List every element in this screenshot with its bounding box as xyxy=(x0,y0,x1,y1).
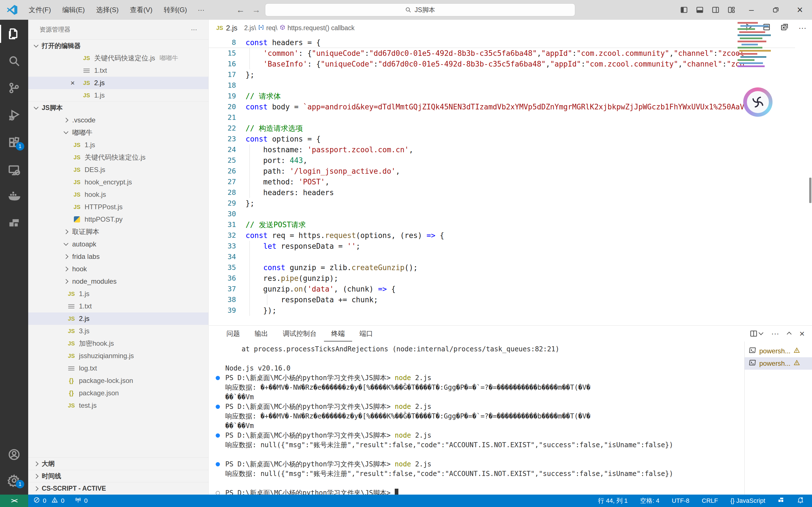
terminal-output[interactable]: at process.processTicksAndRejections (no… xyxy=(209,341,744,495)
editor-more-icon[interactable]: ··· xyxy=(799,23,806,33)
terminal-list: powersh...powersh... xyxy=(744,341,812,495)
panel-tab-问题[interactable]: 问题 xyxy=(219,326,247,341)
minimap[interactable] xyxy=(738,22,800,304)
file-row[interactable]: JS1.js xyxy=(28,139,208,151)
folder-row[interactable]: 取证脚本 xyxy=(28,226,208,238)
remote-explorer-icon[interactable] xyxy=(0,160,28,180)
command-success-dot xyxy=(216,405,220,409)
folder-row[interactable]: node_modules xyxy=(28,275,208,288)
folder-row[interactable]: hook xyxy=(28,263,208,275)
menu-item-3[interactable]: 查看(V) xyxy=(124,0,158,20)
file-row[interactable]: JS3.js xyxy=(28,325,208,337)
breadcrumb-crumb[interactable]: 2.js\ xyxy=(244,24,256,32)
warnings-count: 0 xyxy=(61,497,64,504)
toggle-panel-icon[interactable] xyxy=(692,0,708,20)
file-row[interactable]: JShook_encrypt.js xyxy=(28,176,208,188)
file-row[interactable]: JStest.js xyxy=(28,399,208,412)
open-editor-row[interactable]: ×JS2.js xyxy=(28,77,208,89)
menu-item-0[interactable]: 文件(F) xyxy=(23,0,57,20)
folder-row[interactable]: autoapk xyxy=(28,238,208,250)
split-terminal-icon[interactable] xyxy=(750,330,763,338)
maximize-button[interactable] xyxy=(763,0,788,20)
close-button[interactable]: × xyxy=(788,0,812,20)
file-row[interactable]: JS关键代码快速定位.js xyxy=(28,151,208,164)
breadcrumb-crumb[interactable]: req\ xyxy=(266,24,278,32)
panel-close-icon[interactable]: × xyxy=(799,329,805,339)
panel-tab-端口[interactable]: 端口 xyxy=(352,326,380,341)
statusbar-item-3[interactable]: CRLF xyxy=(702,497,718,504)
statusbar-item-4[interactable]: {} JavaScript xyxy=(730,497,765,504)
terminal-line: at process.processTicksAndRejections (no… xyxy=(213,344,744,354)
sidebar-section-2[interactable]: CS-SCRIPT - ACTIVE xyxy=(28,482,208,495)
layout-blocks-icon[interactable] xyxy=(777,497,785,505)
menu-item-2[interactable]: 选择(S) xyxy=(91,0,124,20)
folder-row[interactable]: 嘟嘟牛 xyxy=(28,126,208,139)
explorer-icon[interactable] xyxy=(0,24,28,44)
file-row[interactable]: 1.txt xyxy=(28,300,208,313)
sidebar-section-0[interactable]: 大纲 xyxy=(28,457,208,470)
settings-gear-icon[interactable]: 1 xyxy=(0,470,28,491)
docker-icon[interactable] xyxy=(0,186,28,207)
file-row[interactable]: JSHTTPPost.js xyxy=(28,201,208,213)
file-row[interactable]: JSDES.js xyxy=(28,164,208,176)
panel-maximize-icon[interactable] xyxy=(788,330,791,338)
forward-arrow[interactable]: → xyxy=(252,5,260,15)
project-section-header[interactable]: JS脚本 xyxy=(28,102,208,114)
back-arrow[interactable]: ← xyxy=(236,5,245,15)
terminal-list-item[interactable]: powersh... xyxy=(745,357,812,370)
file-row[interactable]: JS加密hook.js xyxy=(28,337,208,350)
panel-tab-输出[interactable]: 输出 xyxy=(247,326,276,341)
toggle-sidebar-icon[interactable] xyxy=(676,0,692,20)
terminal-line: 响应数据: null({"msg":"账号未注册","result":false… xyxy=(213,469,744,478)
folder-row[interactable]: .vscode xyxy=(28,114,208,126)
file-row[interactable]: JS1.js xyxy=(28,288,208,300)
menu-item-4[interactable]: 转到(G) xyxy=(158,0,193,20)
statusbar-item-2[interactable]: UTF-8 xyxy=(672,497,689,504)
close-editor-icon[interactable]: × xyxy=(70,79,75,88)
remote-indicator[interactable]: >< xyxy=(0,495,28,507)
folder-row[interactable]: frida labs xyxy=(28,250,208,263)
dev-blocks-icon[interactable] xyxy=(0,213,28,233)
file-row[interactable]: JS2.js xyxy=(28,313,208,325)
customize-layout-icon[interactable] xyxy=(723,0,739,20)
sidebar-more-icon[interactable]: ··· xyxy=(191,20,197,40)
source-control-icon[interactable] xyxy=(0,78,28,98)
panel-more-icon[interactable]: ··· xyxy=(771,329,779,338)
file-row[interactable]: {}package.json xyxy=(28,387,208,399)
panel-tab-调试控制台[interactable]: 调试控制台 xyxy=(276,326,324,341)
statusbar-item-0[interactable]: 行 44, 列 1 xyxy=(598,497,628,505)
editor-scrollbar[interactable] xyxy=(809,178,811,203)
minimize-button[interactable]: – xyxy=(739,0,763,20)
run-debug-icon[interactable] xyxy=(0,105,28,125)
accounts-icon[interactable] xyxy=(0,444,28,465)
ports-status[interactable]: 0 xyxy=(70,497,93,505)
command-center-search[interactable]: JS脚本 xyxy=(265,3,575,16)
minimap-mark xyxy=(739,62,763,64)
open-editor-row[interactable]: JS关键代码快速定位.js嘟嘟牛 xyxy=(28,52,208,64)
line-number: 27 xyxy=(209,176,236,187)
breadcrumb[interactable]: JS 2.js 2.js\req\https.request() callbac… xyxy=(209,20,812,36)
open-editor-row[interactable]: JS1.js xyxy=(28,89,208,102)
file-row[interactable]: httpPOST.py xyxy=(28,213,208,226)
file-row[interactable]: {}package-lock.json xyxy=(28,375,208,387)
menu-overflow[interactable]: ··· xyxy=(192,6,210,14)
open-editor-row[interactable]: 1.txt xyxy=(28,64,208,77)
file-row[interactable]: log.txt xyxy=(28,362,208,375)
breadcrumb-file[interactable]: 2.js xyxy=(226,24,237,33)
breadcrumb-crumb[interactable]: https.request() callback xyxy=(288,24,355,32)
code-line: 37 gunzip.on('data', (chunk) => { xyxy=(209,284,795,294)
terminal-list-item[interactable]: powersh... xyxy=(745,345,812,357)
panel-tab-终端[interactable]: 终端 xyxy=(324,326,352,341)
problems-status[interactable]: 0 0 xyxy=(28,497,70,505)
notifications-bell-icon[interactable] xyxy=(797,496,804,505)
file-row[interactable]: JSjsshuziqianming.js xyxy=(28,350,208,362)
menu-item-1[interactable]: 编辑(E) xyxy=(57,0,91,20)
toggle-secondary-sidebar-icon[interactable] xyxy=(708,0,723,20)
extensions-icon[interactable]: 1 xyxy=(0,132,28,153)
open-editors-header[interactable]: 打开的编辑器 xyxy=(28,40,208,52)
sidebar-section-1[interactable]: 时间线 xyxy=(28,470,208,482)
statusbar-item-1[interactable]: 空格: 4 xyxy=(640,497,659,505)
search-sidebar-icon[interactable] xyxy=(0,51,28,71)
file-row[interactable]: JShook.js xyxy=(28,188,208,201)
code-area[interactable]: 8const headers = {15 'common': {"uniqueC… xyxy=(209,37,795,316)
